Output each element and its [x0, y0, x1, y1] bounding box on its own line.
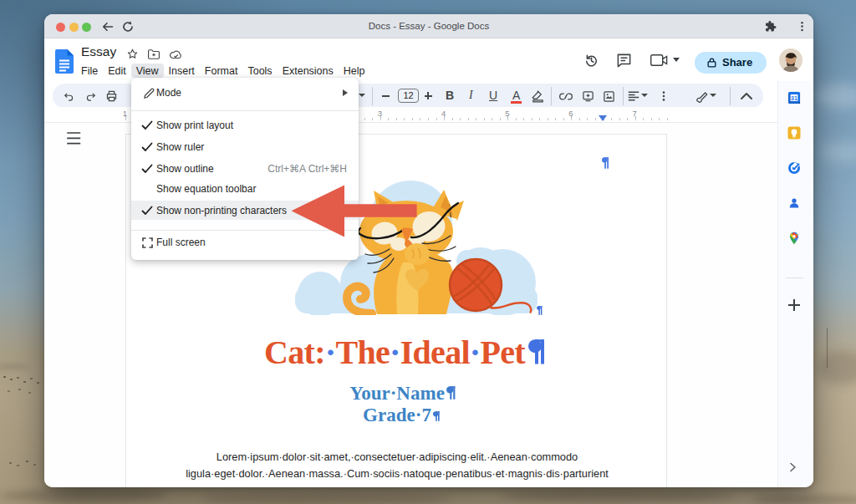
svg-text:31: 31	[791, 95, 797, 101]
